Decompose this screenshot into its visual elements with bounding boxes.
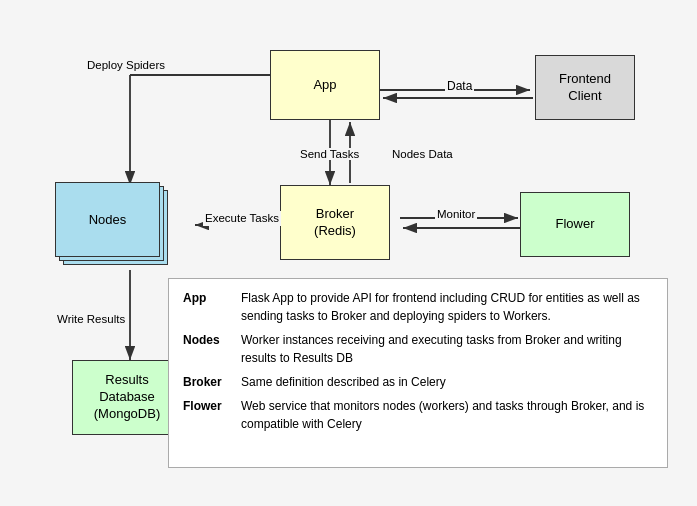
flower-box: Flower xyxy=(520,192,630,257)
monitor-label: Monitor xyxy=(435,208,477,220)
broker-box: Broker(Redis) xyxy=(280,185,390,260)
legend-broker-row: Broker Same definition described as in C… xyxy=(183,373,653,391)
diagram-container: App FrontendClient Broker(Redis) Flower … xyxy=(0,0,697,506)
legend-box: App Flask App to provide API for fronten… xyxy=(168,278,668,468)
legend-nodes-term: Nodes xyxy=(183,331,233,349)
legend-app-desc: Flask App to provide API for frontend in… xyxy=(241,289,653,325)
legend-broker-term: Broker xyxy=(183,373,233,391)
results-db-label: ResultsDatabase(MongoDB) xyxy=(94,372,160,423)
legend-nodes-desc: Worker instances receiving and executing… xyxy=(241,331,653,367)
send-tasks-label: Send Tasks xyxy=(298,148,361,160)
app-label: App xyxy=(313,77,336,94)
legend-flower-term: Flower xyxy=(183,397,233,415)
flower-label: Flower xyxy=(555,216,594,233)
legend-app-row: App Flask App to provide API for fronten… xyxy=(183,289,653,325)
execute-tasks-label: Execute Tasks xyxy=(203,211,281,226)
results-db-box: ResultsDatabase(MongoDB) xyxy=(72,360,182,435)
legend-nodes-row: Nodes Worker instances receiving and exe… xyxy=(183,331,653,367)
frontend-label: FrontendClient xyxy=(559,71,611,105)
legend-broker-desc: Same definition described as in Celery xyxy=(241,373,653,391)
data-label: Data xyxy=(445,79,474,93)
nodes-label: Nodes xyxy=(89,212,127,227)
app-box: App xyxy=(270,50,380,120)
legend-app-term: App xyxy=(183,289,233,307)
nodes-data-label: Nodes Data xyxy=(390,148,455,160)
legend-flower-desc: Web service that monitors nodes (workers… xyxy=(241,397,653,433)
legend-flower-row: Flower Web service that monitors nodes (… xyxy=(183,397,653,433)
broker-label: Broker(Redis) xyxy=(314,206,356,240)
write-results-label: Write Results xyxy=(55,312,127,327)
deploy-spiders-label: Deploy Spiders xyxy=(85,58,167,73)
frontend-box: FrontendClient xyxy=(535,55,635,120)
